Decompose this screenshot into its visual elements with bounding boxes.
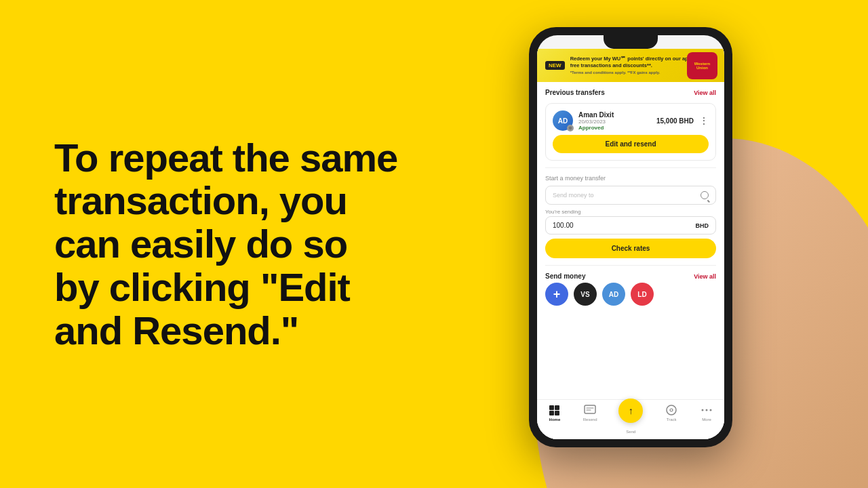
divider-1 — [545, 167, 716, 168]
currency-label: BHD — [696, 222, 709, 229]
transfer-date: 20/03/2023 — [578, 119, 651, 125]
start-transfer-label: Start a money transfer — [545, 175, 716, 182]
previous-transfers-title: Previous transfers — [545, 89, 605, 96]
send-money-view-all[interactable]: View all — [694, 273, 716, 280]
nav-send[interactable]: ↑ Send — [618, 404, 643, 434]
send-money-to-placeholder: Send money to — [553, 192, 594, 199]
svg-point-4 — [702, 409, 704, 411]
add-contact-button[interactable]: + — [545, 283, 568, 306]
transfer-avatar: AD — [553, 110, 573, 131]
transfer-status: Approved — [578, 125, 651, 131]
main-headline: To repeat the same transaction, you can … — [54, 136, 400, 352]
banner-new-tag: NEW — [545, 61, 565, 70]
main-content-area: Previous transfers View all AD — [537, 82, 724, 399]
send-money-header: Send money View all — [545, 272, 716, 280]
previous-transfers-view-all[interactable]: View all — [694, 89, 716, 96]
edit-resend-button[interactable]: Edit and resend — [553, 135, 709, 153]
avatar-badge — [567, 125, 574, 131]
home-icon — [548, 404, 561, 416]
previous-transfers-header: Previous transfers View all — [545, 89, 716, 96]
contact-vs[interactable]: VS — [574, 283, 597, 306]
bottom-nav: Home Resend — [537, 399, 724, 439]
amount-field[interactable]: 100.00 BHD — [545, 216, 716, 235]
nav-home-label: Home — [549, 418, 561, 422]
check-rates-button[interactable]: Check rates — [545, 239, 716, 258]
wu-logo-banner: WesternUnion — [687, 52, 717, 79]
promo-banner[interactable]: NEW Redeem your My WU℠ points' directly … — [537, 49, 724, 82]
nav-send-label: Send — [626, 430, 635, 434]
screen-content: NEW Redeem your My WU℠ points' directly … — [537, 49, 724, 439]
wu-text: WesternUnion — [694, 62, 711, 70]
nav-resend[interactable]: Resend — [583, 404, 597, 434]
svg-point-2 — [667, 405, 676, 415]
contact-ld[interactable]: LD — [631, 283, 654, 306]
nav-track[interactable]: Track — [665, 404, 678, 434]
amount-value: 100.00 — [553, 222, 574, 229]
transfer-name: Aman Dixit — [578, 111, 651, 119]
nav-more[interactable]: More — [700, 404, 713, 434]
send-money-section: Send money View all + VS AD LD — [545, 272, 716, 306]
transfer-amount: 15,000 BHD — [656, 117, 694, 125]
send-fab-icon: ↑ — [629, 405, 633, 416]
send-money-title: Send money — [545, 272, 585, 280]
nav-home[interactable]: Home — [548, 404, 561, 434]
more-icon — [700, 404, 713, 416]
svg-point-0 — [569, 127, 572, 130]
phone-frame: NEW Redeem your My WU℠ points' directly … — [529, 27, 732, 447]
transfer-options-icon[interactable]: ⋮ — [699, 115, 709, 126]
money-transfer-section: Start a money transfer Send money to You… — [545, 175, 716, 258]
svg-point-5 — [706, 409, 708, 411]
resend-icon — [583, 404, 597, 416]
phone-screen: NEW Redeem your My WU℠ points' directly … — [537, 35, 724, 439]
svg-rect-1 — [585, 405, 595, 413]
right-section: NEW Redeem your My WU℠ points' directly … — [475, 0, 868, 488]
avatar-initials: AD — [558, 117, 568, 125]
svg-point-6 — [710, 409, 712, 411]
divider-2 — [545, 265, 716, 266]
transfer-info: Aman Dixit 20/03/2023 Approved — [578, 111, 651, 131]
phone-notch — [604, 35, 658, 49]
send-fab-button[interactable]: ↑ — [618, 399, 643, 423]
left-section: To repeat the same transaction, you can … — [0, 96, 441, 393]
contacts-row: + VS AD LD — [545, 280, 716, 306]
transfer-card: AD Aman Dixit 20/03/2023 Appr — [545, 103, 716, 161]
nav-resend-label: Resend — [583, 418, 597, 422]
search-icon — [701, 191, 709, 199]
track-icon — [665, 404, 678, 416]
nav-more-label: More — [702, 418, 711, 422]
svg-point-3 — [670, 409, 673, 411]
nav-track-label: Track — [667, 418, 677, 422]
contact-ad[interactable]: AD — [602, 283, 625, 306]
you-re-sending-label: You're sending — [545, 209, 716, 215]
transfer-row: AD Aman Dixit 20/03/2023 Appr — [553, 110, 709, 131]
send-money-to-field[interactable]: Send money to — [545, 186, 716, 205]
